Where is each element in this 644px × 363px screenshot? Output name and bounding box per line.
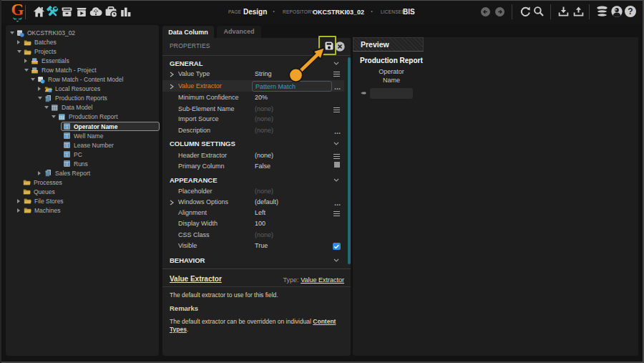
svg-text:G: G: [11, 1, 24, 19]
